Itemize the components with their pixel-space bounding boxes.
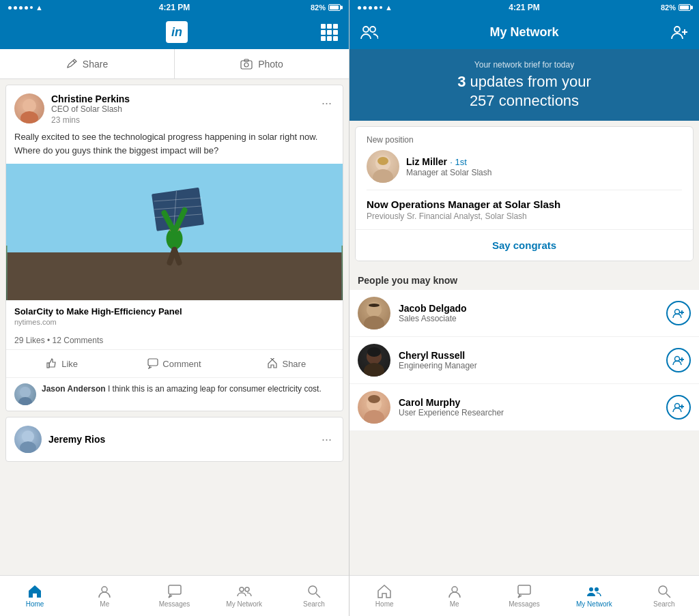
active-network-icon (586, 584, 601, 599)
update-current-role: Manager at Solar Slash (406, 168, 491, 177)
dot-5 (30, 6, 33, 9)
network-content: New position Liz Miller · 1st Manager at… (350, 121, 699, 575)
commenter-face (14, 383, 36, 405)
svg-point-39 (377, 157, 388, 165)
comment-button[interactable]: Comment (118, 353, 230, 375)
edit-icon (66, 59, 77, 70)
camera-icon (240, 59, 253, 70)
add-connection-icon[interactable] (670, 24, 688, 40)
author-title: CEO of Solar Slash (51, 104, 312, 114)
like-button[interactable]: Like (6, 353, 118, 375)
nav-search[interactable]: Search (279, 576, 349, 616)
action-bar: Share Photo (0, 49, 349, 79)
svg-point-33 (370, 27, 375, 32)
svg-point-48 (367, 347, 381, 357)
svg-rect-42 (369, 304, 380, 307)
congrats-button[interactable]: Say congrats (356, 229, 693, 261)
me-label: Me (100, 600, 109, 608)
connect-icon (672, 401, 685, 413)
jacob-info: Jacob Delgado Sales Associate (399, 303, 658, 323)
update-person: Liz Miller · 1st Manager at Solar Slash (356, 150, 693, 190)
people-section-header: People you may know (350, 267, 699, 290)
home-label: Home (26, 600, 44, 608)
second-post-menu[interactable]: ··· (319, 430, 334, 450)
connect-cheryl-button[interactable] (666, 348, 691, 372)
jacob-title: Sales Associate (399, 314, 658, 323)
second-author-name: Jeremy Rios (48, 434, 105, 445)
right-nav-search[interactable]: Search (629, 576, 699, 616)
link-url: nytimes.com (14, 318, 334, 326)
author-avatar (14, 93, 44, 123)
connect-carol-button[interactable] (666, 395, 691, 420)
right-battery-icon (679, 4, 691, 11)
share-button[interactable]: Share (0, 49, 175, 78)
right-nav-messages[interactable]: Messages (489, 576, 559, 616)
share-post-button[interactable]: Share (231, 353, 343, 375)
likes-count: 29 Likes (14, 336, 45, 345)
svg-point-47 (364, 363, 384, 377)
battery-fill (330, 5, 339, 10)
cheryl-name: Cheryl Russell (399, 350, 658, 361)
updates-label: updates from your (470, 73, 591, 90)
carol-avatar (358, 391, 390, 424)
right-battery-fill (680, 5, 689, 10)
connections-text: 257 connections (360, 92, 688, 110)
person-row: Carol Murphy User Experience Researcher (350, 384, 699, 431)
dot-3 (19, 6, 23, 10)
cheryl-face (358, 344, 390, 377)
connect-jacob-button[interactable] (666, 301, 691, 325)
svg-point-24 (22, 430, 34, 443)
stats-separator: • (47, 336, 53, 345)
dot-4 (25, 6, 28, 10)
comment-label: Comment (162, 359, 201, 369)
svg-rect-19 (47, 363, 49, 368)
author-face (14, 93, 44, 123)
brief-updates: 3 updates from your (360, 72, 688, 92)
nav-messages[interactable]: Messages (139, 576, 209, 616)
author-name: Christine Perkins (51, 93, 312, 104)
nav-me[interactable]: Me (70, 576, 139, 616)
prev-role: Previously Sr. Financial Analyst, Solar … (367, 211, 682, 221)
right-me-label: Me (450, 600, 459, 608)
nav-network[interactable]: My Network (210, 576, 279, 616)
update-person-info: Liz Miller · 1st Manager at Solar Slash (406, 156, 491, 177)
person-name-text: Liz Miller (406, 156, 447, 167)
carol-info: Carol Murphy User Experience Researcher (399, 397, 658, 417)
right-nav-me[interactable]: Me (419, 576, 489, 616)
svg-line-0 (73, 61, 75, 63)
right-signal-area: ▲ (358, 3, 393, 12)
search-icon (306, 584, 322, 599)
search-icon (657, 584, 672, 599)
feed: Christine Perkins CEO of Solar Slash 23 … (0, 79, 349, 575)
brief-subtitle: Your network brief for today (360, 60, 688, 70)
grid-dot (327, 30, 332, 35)
nav-home[interactable]: Home (0, 576, 70, 616)
right-nav-network[interactable]: My Network (559, 576, 629, 616)
r-dot-3 (369, 6, 372, 10)
svg-rect-7 (8, 252, 342, 300)
update-person-name: Liz Miller · 1st (406, 156, 491, 168)
photo-label: Photo (258, 59, 283, 70)
second-post-avatar (14, 426, 42, 453)
carol-title: User Experience Researcher (399, 408, 658, 417)
battery-percent: 82% (311, 3, 326, 12)
photo-button[interactable]: Photo (175, 49, 349, 78)
search-label: Search (303, 600, 325, 608)
svg-line-63 (666, 593, 670, 598)
svg-rect-1 (241, 61, 252, 69)
second-post-card: Jeremy Rios ··· (5, 417, 343, 462)
right-nav-home[interactable]: Home (350, 576, 419, 616)
left-app-header: in (0, 15, 349, 49)
grid-dot (321, 30, 326, 35)
post-menu-button[interactable]: ··· (319, 93, 334, 113)
svg-point-29 (245, 587, 249, 591)
share-icon (267, 358, 278, 369)
post-time: 23 mins (51, 115, 312, 125)
svg-point-34 (674, 27, 680, 32)
svg-point-54 (368, 395, 380, 403)
post-actions: Like Comment Share (6, 350, 343, 377)
liz-face (367, 150, 399, 183)
grid-icon[interactable] (321, 24, 338, 41)
right-status-area: 82% (311, 3, 341, 12)
link-title: SolarCity to Make High-Efficiency Panel (14, 306, 334, 317)
